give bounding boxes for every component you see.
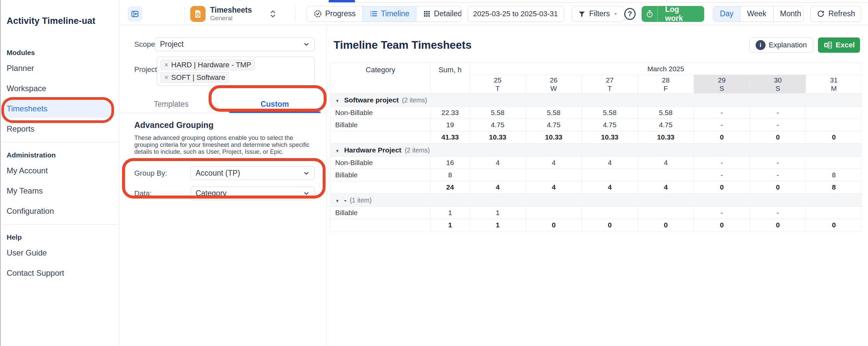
- collapse-group-icon[interactable]: ▼: [335, 149, 340, 153]
- total-value-cell: 0: [750, 219, 806, 231]
- sidebar-item-timesheets[interactable]: Timesheets: [3, 99, 114, 118]
- log-work-button[interactable]: Log work: [642, 6, 704, 22]
- zoom-day[interactable]: Day: [713, 6, 740, 22]
- divider: [2, 224, 117, 225]
- remove-tag-icon[interactable]: ×: [164, 73, 168, 82]
- group-name: Software project: [344, 96, 399, 104]
- sidebar-item-contact-support[interactable]: Contact Support: [1, 263, 119, 283]
- zoom-switcher: Day Week Month: [713, 6, 804, 22]
- collapse-group-icon[interactable]: ▼: [335, 198, 340, 203]
- sidebar-item-user-guide[interactable]: User Guide: [1, 243, 119, 263]
- value-cell: [582, 169, 638, 181]
- chevron-down-icon: [303, 190, 310, 197]
- sum-cell: 8: [431, 169, 470, 181]
- value-cell: -: [694, 157, 750, 169]
- total-value-cell: 10.33: [470, 131, 526, 144]
- value-cell: 4.75: [582, 119, 638, 131]
- sidebar-item-planner[interactable]: Planner: [1, 58, 119, 78]
- total-value-cell: 0: [806, 219, 862, 231]
- group-by-label: Group By:: [134, 169, 191, 178]
- value-cell: 1: [470, 207, 526, 219]
- timeline-icon: [369, 10, 378, 18]
- value-cell: [470, 169, 526, 181]
- sidebar-item-configuration[interactable]: Configuration: [1, 201, 119, 221]
- view-switcher: Progress Timeline Detailed: [307, 6, 462, 22]
- day-header-31: 31M: [806, 75, 862, 93]
- timesheets-app-icon: [190, 6, 206, 22]
- value-cell: 5.58: [582, 107, 638, 119]
- sidebar-section-help: Help: [7, 233, 119, 241]
- app-switcher[interactable]: Timesheets General: [210, 6, 252, 22]
- value-cell: 4.75: [470, 119, 526, 131]
- value-cell: -: [750, 157, 806, 169]
- chevron-updown-icon[interactable]: [269, 9, 277, 19]
- tab-custom[interactable]: Custom: [223, 96, 327, 113]
- zoom-month[interactable]: Month: [774, 6, 804, 22]
- app-switcher-title: Timesheets: [210, 6, 252, 14]
- group-header[interactable]: ▼Software project(2 items): [331, 93, 862, 107]
- group-header[interactable]: ▼-(1 item): [331, 193, 862, 207]
- sidebar-item-my-teams[interactable]: My Teams: [1, 181, 119, 201]
- value-cell: [526, 169, 582, 181]
- explanation-button[interactable]: i Explanation: [749, 37, 813, 53]
- total-value-cell: 0: [694, 219, 750, 231]
- data-select[interactable]: Category: [191, 187, 315, 200]
- value-cell: -: [750, 107, 806, 119]
- total-value-cell: 0: [694, 131, 750, 144]
- tab-templates[interactable]: Templates: [119, 96, 223, 113]
- total-value-cell: 4: [582, 181, 638, 193]
- category-cell: Non-Billable: [331, 107, 431, 119]
- project-multiselect[interactable]: × HARD | Hardware - TMP × SOFT | Softwar…: [157, 57, 315, 86]
- group-count: (1 item): [350, 196, 372, 204]
- sidebar-section-administration: Administration: [7, 151, 119, 159]
- sum-cell: 16: [431, 157, 470, 169]
- group-total-row: 244444008: [331, 181, 862, 193]
- sum-total-cell: 41.33: [431, 131, 470, 144]
- group-total-row: 41.3310.3310.3310.3310.33000: [331, 131, 862, 144]
- group-header-row: ▼-(1 item): [331, 193, 862, 207]
- value-cell: 4.75: [526, 119, 582, 131]
- timesheet-row: Billable194.754.754.754.75--: [331, 119, 862, 131]
- timesheet-row: Billable11--: [331, 207, 862, 219]
- sum-cell: 19: [431, 119, 470, 131]
- value-cell: 4: [582, 157, 638, 169]
- panel-tabs: Templates Custom: [119, 96, 327, 113]
- filters-button[interactable]: Filters: [571, 6, 624, 22]
- total-value-cell: 0: [694, 181, 750, 193]
- group-header[interactable]: ▼Hardware Project(2 items): [331, 144, 862, 157]
- excel-export-button[interactable]: Excel: [818, 37, 860, 53]
- value-cell: [806, 119, 862, 131]
- sidebar-item-my-account[interactable]: My Account: [1, 160, 119, 181]
- value-cell: 4.75: [638, 119, 694, 131]
- date-range-input[interactable]: [467, 6, 564, 22]
- month-header: March 2025: [470, 63, 862, 75]
- scope-select[interactable]: Project: [155, 37, 315, 51]
- help-icon[interactable]: ?: [624, 8, 636, 20]
- value-cell: 5.58: [638, 107, 694, 119]
- data-label: Data:: [134, 189, 191, 198]
- sidebar-item-workspace[interactable]: Workspace: [1, 78, 119, 98]
- tab-progress[interactable]: Progress: [307, 6, 363, 22]
- refresh-icon: [816, 10, 825, 18]
- project-tag: × SOFT | Software: [160, 72, 229, 83]
- refresh-button[interactable]: Refresh: [810, 6, 861, 22]
- group-by-select[interactable]: Account (TP): [191, 166, 315, 180]
- value-cell: [638, 207, 694, 219]
- day-header-27: 27T: [582, 75, 638, 93]
- tab-timeline[interactable]: Timeline: [363, 6, 416, 22]
- group-count: (2 items): [402, 96, 427, 104]
- value-cell: 8: [806, 169, 862, 181]
- collapse-panel-button[interactable]: [128, 6, 142, 22]
- toolbar: Timesheets General Progress: [119, 3, 868, 25]
- tab-detailed[interactable]: Detailed: [416, 6, 462, 22]
- stopwatch-icon[interactable]: [642, 6, 658, 22]
- zoom-week[interactable]: Week: [740, 6, 773, 22]
- value-cell: -: [694, 107, 750, 119]
- category-cell: [331, 219, 431, 231]
- group-header-row: ▼Software project(2 items): [331, 93, 862, 107]
- value-cell: -: [694, 207, 750, 219]
- total-value-cell: 10.33: [526, 131, 582, 144]
- collapse-group-icon[interactable]: ▼: [335, 98, 340, 103]
- remove-tag-icon[interactable]: ×: [164, 61, 168, 69]
- sidebar-item-reports[interactable]: Reports: [1, 119, 119, 139]
